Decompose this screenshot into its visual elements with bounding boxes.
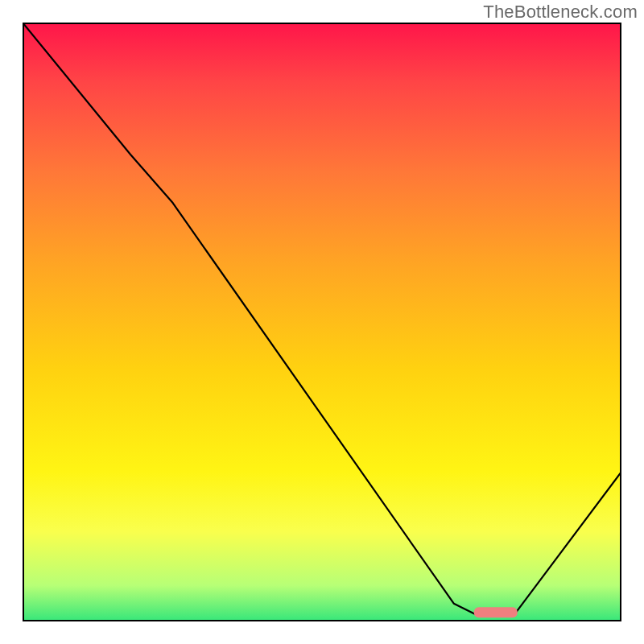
optimal-range-marker (474, 607, 518, 617)
plot-svg (23, 23, 621, 621)
watermark-label: TheBottleneck.com (483, 2, 638, 23)
plot-area (23, 23, 621, 621)
chart-page: TheBottleneck.com (0, 0, 644, 644)
bottleneck-curve (23, 23, 621, 616)
